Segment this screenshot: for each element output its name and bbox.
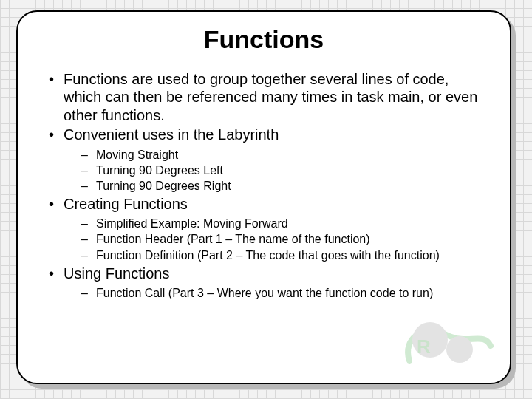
svg-text:R: R [417,335,431,358]
bullet-text: Using Functions [64,265,169,282]
slide-title: Functions [43,25,485,54]
sub-bullet-item: Function Call (Part 3 – Where you want t… [64,285,485,301]
sub-bullet-list: Simplified Example: Moving Forward Funct… [64,216,485,262]
sub-bullet-item: Turning 90 Degrees Left [64,163,485,178]
slide: R Functions Functions are used to group … [16,10,511,384]
sub-bullet-list: Function Call (Part 3 – Where you want t… [64,285,485,301]
bullet-item: Using Functions Function Call (Part 3 – … [43,265,485,301]
bullet-item: Functions are used to group together sev… [43,70,485,124]
sub-bullet-item: Function Definition (Part 2 – The code t… [64,248,485,263]
svg-point-0 [412,322,448,358]
sub-bullet-list: Moving Straight Turning 90 Degrees Left … [64,147,485,194]
sub-bullet-item: Turning 90 Degrees Right [64,178,485,194]
bullet-list: Functions are used to group together sev… [43,70,485,301]
sub-bullet-item: Simplified Example: Moving Forward [64,216,485,231]
sub-bullet-item: Function Header (Part 1 – The name of th… [64,231,485,247]
bullet-item: Convenient uses in the Labyrinth Moving … [43,126,485,194]
svg-point-1 [446,336,473,363]
watermark-logo: R [387,309,498,375]
bullet-text: Convenient uses in the Labyrinth [64,126,279,143]
bullet-text: Creating Functions [64,196,188,212]
bullet-item: Creating Functions Simplified Example: M… [43,195,485,263]
slide-frame: R Functions Functions are used to group … [16,10,516,389]
bullet-text: Functions are used to group together sev… [64,71,477,123]
sub-bullet-item: Moving Straight [64,147,485,163]
